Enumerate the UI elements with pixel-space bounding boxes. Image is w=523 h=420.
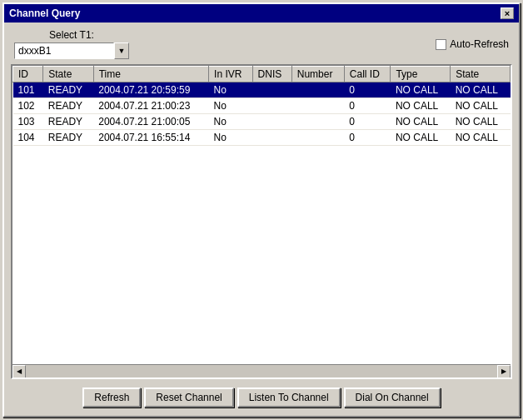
table-cell: No (209, 130, 253, 146)
col-header-state2: State (451, 67, 511, 82)
data-table: ID State Time In IVR DNIS Number Call ID… (12, 66, 511, 146)
table-cell: No (209, 98, 253, 114)
channel-query-window: Channel Query × Select T1: ▼ Auto-Refres… (2, 2, 521, 418)
table-cell: 2004.07.21 21:00:05 (93, 114, 208, 130)
window-body: Select T1: ▼ Auto-Refresh ID State (4, 22, 519, 416)
scroll-right-button[interactable]: ▶ (497, 365, 511, 378)
col-header-call-id: Call ID (344, 67, 391, 82)
horizontal-scrollbar: ◀ ▶ (12, 364, 511, 378)
table-cell: NO CALL (391, 82, 451, 98)
col-header-id: ID (13, 67, 43, 82)
table-cell (291, 114, 344, 130)
table-cell: 2004.07.21 20:59:59 (93, 82, 208, 98)
dropdown-arrow-icon[interactable]: ▼ (114, 42, 129, 59)
table-cell: No (209, 114, 253, 130)
table-cell: 0 (344, 130, 391, 146)
table-cell (252, 98, 291, 114)
table-cell (291, 98, 344, 114)
table-cell (252, 130, 291, 146)
table-cell: 0 (344, 114, 391, 130)
select-row: ▼ (14, 42, 129, 59)
table-cell: NO CALL (391, 130, 451, 146)
scroll-left-button[interactable]: ◀ (12, 365, 26, 378)
scroll-track[interactable] (26, 365, 497, 378)
table-cell: READY (43, 114, 93, 130)
table-cell: 104 (13, 130, 43, 146)
table-cell: READY (43, 82, 93, 98)
table-cell: No (209, 82, 253, 98)
table-cell: 101 (13, 82, 43, 98)
table-cell: READY (43, 98, 93, 114)
refresh-button[interactable]: Refresh (82, 388, 141, 408)
table-cell (252, 82, 291, 98)
table-cell: NO CALL (451, 130, 511, 146)
table-cell: NO CALL (451, 114, 511, 130)
table-cell: NO CALL (451, 98, 511, 114)
close-button[interactable]: × (501, 8, 514, 19)
table-row[interactable]: 101READY2004.07.21 20:59:59No0NO CALLNO … (13, 82, 511, 98)
window-title: Channel Query (9, 8, 80, 19)
col-header-time: Time (93, 67, 208, 82)
col-header-in-ivr: In IVR (209, 67, 253, 82)
table-cell (291, 130, 344, 146)
col-header-state: State (43, 67, 93, 82)
select-group: Select T1: ▼ (14, 29, 129, 59)
table-row[interactable]: 102READY2004.07.21 21:00:23No0NO CALLNO … (13, 98, 511, 114)
top-controls: Select T1: ▼ Auto-Refresh (11, 29, 512, 59)
table-cell: 102 (13, 98, 43, 114)
table-cell: READY (43, 130, 93, 146)
t1-select[interactable] (14, 42, 114, 59)
table-cell: NO CALL (391, 114, 451, 130)
table-cell: 0 (344, 98, 391, 114)
table-cell (291, 82, 344, 98)
listen-to-channel-button[interactable]: Listen To Channel (237, 388, 341, 408)
table-cell: 2004.07.21 21:00:23 (93, 98, 208, 114)
table-cell: 2004.07.21 16:55:14 (93, 130, 208, 146)
select-label: Select T1: (49, 29, 94, 41)
table-cell: NO CALL (451, 82, 511, 98)
table-header-row: ID State Time In IVR DNIS Number Call ID… (13, 67, 511, 82)
table-scroll-wrap: ID State Time In IVR DNIS Number Call ID… (12, 66, 511, 364)
col-header-type: Type (391, 67, 451, 82)
reset-channel-button[interactable]: Reset Channel (144, 388, 233, 408)
table-row[interactable]: 103READY2004.07.21 21:00:05No0NO CALLNO … (13, 114, 511, 130)
table-row[interactable]: 104READY2004.07.21 16:55:14No0NO CALLNO … (13, 130, 511, 146)
table-cell (252, 114, 291, 130)
auto-refresh-label: Auto-Refresh (450, 38, 509, 50)
table-container: ID State Time In IVR DNIS Number Call ID… (11, 64, 512, 379)
auto-refresh-checkbox[interactable] (436, 39, 446, 50)
title-bar: Channel Query × (4, 4, 519, 22)
auto-refresh-group: Auto-Refresh (436, 38, 509, 50)
bottom-buttons: Refresh Reset Channel Listen To Channel … (11, 384, 512, 409)
col-header-number: Number (291, 67, 344, 82)
table-cell: 0 (344, 82, 391, 98)
dial-on-channel-button[interactable]: Dial On Channel (344, 388, 441, 408)
col-header-dnis: DNIS (252, 67, 291, 82)
table-cell: NO CALL (391, 98, 451, 114)
table-cell: 103 (13, 114, 43, 130)
